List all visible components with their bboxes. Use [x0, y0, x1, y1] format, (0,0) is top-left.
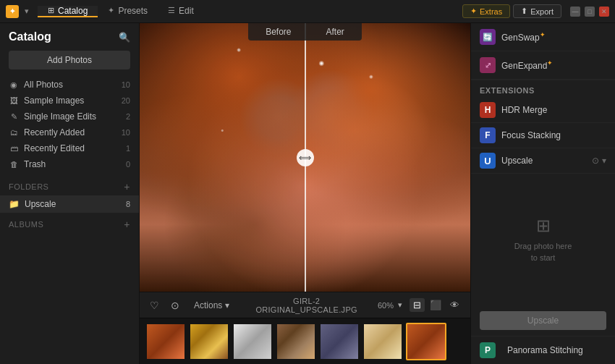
- single-view-button[interactable]: ⬛: [426, 298, 445, 312]
- filmstrip-thumb-5[interactable]: [319, 323, 360, 360]
- favorite-button[interactable]: ♡: [147, 298, 162, 313]
- extensions-title: Extensions: [471, 80, 615, 98]
- extras-button[interactable]: ✦ Extras: [462, 4, 510, 18]
- trash-label: Trash: [24, 159, 126, 169]
- trash-icon: 🗑: [9, 160, 19, 169]
- thumb-image-1: [147, 324, 184, 359]
- titlebar-tabs: ⊞ Catalog ✦ Presets ☰ Edit: [38, 6, 204, 17]
- photo-container[interactable]: ⟺: [140, 23, 470, 292]
- focus-stacking-icon: F: [480, 127, 496, 143]
- export-button[interactable]: ⬆ Export: [513, 4, 561, 18]
- drag-drop-area: ⊞ Drag photo hereto start: [471, 174, 615, 305]
- upscale-ext-label: Upscale: [501, 156, 592, 166]
- split-view-button[interactable]: ⊟: [410, 298, 425, 312]
- filmstrip-thumb-7[interactable]: [406, 323, 446, 360]
- photo-background: ⟺: [140, 23, 470, 292]
- genexpand-item[interactable]: ⤢ GenExpand✦: [471, 51, 615, 80]
- export-label: Export: [530, 7, 554, 16]
- sidebar-item-recently-edited[interactable]: 🗃 Recently Edited 1: [0, 140, 139, 156]
- filmstrip-thumb-3[interactable]: [232, 323, 273, 360]
- titlebar-right: ✦ Extras ⬆ Export — □ ✕: [462, 4, 615, 18]
- thumb-image-5: [321, 324, 358, 359]
- trash-count: 0: [126, 160, 130, 169]
- genswap-icon: 🔄: [480, 29, 496, 45]
- after-label[interactable]: After: [309, 23, 362, 41]
- single-edits-count: 2: [126, 112, 130, 121]
- close-button[interactable]: ✕: [599, 7, 609, 17]
- info-button[interactable]: ⊙: [168, 298, 182, 313]
- hdr-merge-icon: H: [480, 102, 496, 118]
- add-album-button[interactable]: +: [124, 219, 130, 230]
- recently-added-icon: 🗂: [9, 128, 19, 137]
- sidebar-title: Catalog: [9, 30, 51, 43]
- drag-icon: ⊞: [536, 216, 551, 236]
- panorama-item[interactable]: P Panorama Stitching: [471, 336, 615, 364]
- focus-stacking-item[interactable]: F Focus Stacking: [471, 123, 615, 148]
- all-photos-icon: ◉: [9, 80, 19, 90]
- view-mode-buttons: ⊟ ⬛ 👁: [410, 298, 463, 312]
- sidebar-library-section: ◉ All Photos 10 🖼 Sample Images 20 ✎ Sin…: [0, 77, 139, 172]
- add-folder-button[interactable]: +: [124, 181, 130, 192]
- right-panel: 🔄 GenSwap✦ ⤢ GenExpand✦ Extensions H HDR…: [470, 23, 615, 364]
- sidebar-item-recently-added[interactable]: 🗂 Recently Added 10: [0, 124, 139, 140]
- minimize-button[interactable]: —: [570, 7, 580, 17]
- upscale-row[interactable]: U Upscale ⊙ ▾: [471, 148, 615, 174]
- actions-dropdown-icon: ▾: [225, 300, 229, 310]
- upscale-action-button[interactable]: Upscale: [480, 311, 606, 330]
- sample-images-label: Sample Images: [24, 96, 122, 106]
- filename-label: GIRL-2 ORIGINAL_UPSCALE.JPG: [241, 297, 372, 314]
- sidebar-header: Catalog 🔍: [0, 23, 139, 48]
- thumb-image-3: [234, 324, 271, 359]
- single-edits-icon: ✎: [9, 112, 19, 122]
- titlebar-left: ✦ ▾ ⊞ Catalog ✦ Presets ☰ Edit: [0, 5, 204, 18]
- genswap-item[interactable]: 🔄 GenSwap✦: [471, 23, 615, 51]
- single-edits-label: Single Image Edits: [24, 111, 126, 122]
- recently-added-label: Recently Added: [24, 127, 122, 137]
- upscale-chevron-icon: ▾: [602, 156, 606, 166]
- folder-upscale-count: 8: [126, 200, 130, 208]
- catalog-tab-label: Catalog: [58, 6, 88, 16]
- hdr-merge-item[interactable]: H HDR Merge: [471, 98, 615, 123]
- sample-images-count: 20: [122, 96, 130, 105]
- thumb-image-4: [277, 324, 315, 359]
- sidebar-item-all-photos[interactable]: ◉ All Photos 10: [0, 77, 139, 93]
- window-controls: — □ ✕: [570, 7, 609, 17]
- sidebar-item-upscale[interactable]: 📁 Upscale 8: [0, 195, 139, 213]
- catalog-tab-icon: ⊞: [48, 6, 54, 15]
- albums-label: Albums: [9, 220, 43, 229]
- sidebar: Catalog 🔍 Add Photos ◉ All Photos 10 🖼 S…: [0, 23, 140, 364]
- tab-catalog[interactable]: ⊞ Catalog: [38, 6, 98, 17]
- presets-tab-label: Presets: [118, 6, 148, 16]
- filmstrip-thumb-6[interactable]: [362, 323, 403, 360]
- filmstrip-thumb-2[interactable]: [189, 323, 229, 360]
- hdr-merge-label: HDR Merge: [501, 105, 606, 115]
- fullscreen-button[interactable]: 👁: [446, 298, 463, 312]
- sidebar-item-single-edits[interactable]: ✎ Single Image Edits 2: [0, 109, 139, 124]
- folders-header: Folders +: [0, 175, 139, 195]
- zoom-value: 60%: [378, 301, 394, 310]
- before-overlay: [140, 23, 305, 292]
- zoom-dropdown-button[interactable]: ▾: [396, 299, 404, 311]
- before-label[interactable]: Before: [248, 23, 308, 41]
- actions-label: Actions: [194, 300, 222, 310]
- tab-edit[interactable]: ☰ Edit: [158, 6, 204, 17]
- tab-presets[interactable]: ✦ Presets: [98, 6, 158, 17]
- upscale-expand-control[interactable]: ⊙ ▾: [592, 156, 606, 166]
- maximize-button[interactable]: □: [585, 7, 595, 17]
- app-menu-arrow[interactable]: ▾: [25, 7, 29, 16]
- search-icon[interactable]: 🔍: [119, 32, 130, 43]
- filmstrip-thumb-4[interactable]: [276, 323, 316, 360]
- split-handle[interactable]: ⟺: [297, 149, 314, 166]
- genexpand-badge: ✦: [547, 59, 553, 67]
- thumb-image-7: [407, 324, 445, 359]
- drag-text: Drag photo hereto start: [514, 240, 572, 264]
- all-photos-count: 10: [122, 80, 130, 89]
- sample-images-icon: 🖼: [9, 96, 19, 105]
- filmstrip-thumb-1[interactable]: [145, 323, 186, 360]
- all-photos-label: All Photos: [24, 80, 122, 90]
- sidebar-item-sample-images[interactable]: 🖼 Sample Images 20: [0, 93, 139, 109]
- sidebar-item-trash[interactable]: 🗑 Trash 0: [0, 156, 139, 172]
- actions-button[interactable]: Actions ▾: [188, 299, 235, 312]
- add-photos-button[interactable]: Add Photos: [9, 51, 130, 69]
- edit-tab-icon: ☰: [168, 6, 175, 15]
